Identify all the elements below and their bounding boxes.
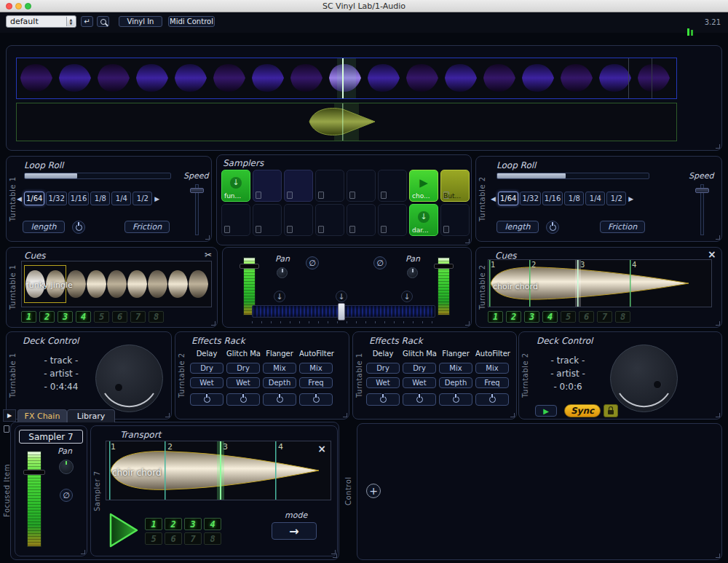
cue-button[interactable]: 7 [184, 532, 202, 545]
loop-length-option[interactable]: 1/64 [498, 192, 518, 205]
loop-power-button[interactable] [72, 221, 85, 234]
cue-button[interactable]: 2 [506, 311, 521, 323]
effect-power-button[interactable] [403, 393, 436, 406]
decrease-loop-icon[interactable]: ◀ [16, 195, 23, 202]
effect-param-button[interactable]: Wet [226, 377, 260, 388]
cue-button[interactable]: 4 [76, 311, 91, 323]
effect-param-button[interactable]: Wet [403, 377, 436, 388]
sampler-volume-meter[interactable] [27, 451, 41, 547]
cue-button[interactable]: 2 [39, 311, 55, 323]
preset-dropdown[interactable]: default ▲▼ [6, 15, 76, 28]
play-button[interactable]: ▶ [535, 405, 557, 417]
deck1-load-icon[interactable]: ↓ [274, 291, 285, 302]
midi-control-button[interactable]: Midi Control [168, 16, 215, 27]
deck2-pan-knob[interactable] [407, 267, 418, 278]
deck1-track-overview[interactable] [16, 58, 677, 99]
add-button[interactable]: + [366, 484, 381, 498]
sampler-pad[interactable] [221, 204, 250, 236]
effect-param-button[interactable]: Mix [439, 363, 472, 374]
sampler-pad[interactable] [347, 170, 376, 202]
cue-button[interactable]: 3 [58, 311, 73, 323]
sampler-pan-knob[interactable] [59, 460, 74, 474]
effect-param-button[interactable]: Dry [366, 363, 400, 374]
effect-power-button[interactable] [190, 393, 223, 406]
effect-param-button[interactable]: Dry [403, 363, 436, 374]
loop-length-option[interactable]: 1/8 [564, 192, 584, 205]
length-button[interactable]: length [23, 221, 65, 233]
friction-button[interactable]: Friction [124, 221, 170, 233]
sampler-pad[interactable] [378, 204, 407, 236]
sampler-bypass-button[interactable]: ∅ [60, 489, 73, 502]
sampler-volume-handle[interactable] [23, 470, 45, 475]
speed-slider-handle[interactable] [190, 188, 204, 193]
increase-loop-icon[interactable]: ▶ [628, 195, 634, 202]
loop-power-button[interactable] [546, 221, 559, 234]
cue-button[interactable]: 8 [149, 311, 164, 323]
sampler-pad[interactable]: ↓ fun... [221, 170, 250, 202]
load-preset-button[interactable]: ↵ [81, 16, 93, 27]
effect-param-button[interactable]: Mix [299, 363, 333, 374]
cue-button[interactable]: 4 [542, 311, 558, 323]
cue-button[interactable]: 5 [561, 311, 576, 323]
cue-button[interactable]: 5 [145, 532, 162, 545]
sampler-pad[interactable] [347, 204, 376, 236]
sampler-pad[interactable] [315, 204, 344, 236]
show-deck-button[interactable]: ▶ [3, 409, 16, 422]
effect-param-button[interactable]: Depth [439, 377, 472, 388]
loop-position-slider[interactable] [24, 173, 171, 179]
transport-play-button[interactable] [108, 512, 139, 548]
sampler-pad[interactable]: ▶ cho... [409, 170, 438, 202]
sampler-pad[interactable] [440, 204, 470, 236]
cue-button[interactable]: 5 [94, 311, 109, 323]
cue-button[interactable]: 3 [524, 311, 539, 323]
effect-power-button[interactable] [366, 393, 400, 406]
control-strip[interactable]: Control [341, 425, 355, 556]
keylock-button[interactable] [604, 404, 618, 417]
friction-button[interactable]: Friction [600, 221, 645, 233]
increase-loop-icon[interactable]: ▶ [154, 195, 160, 202]
loop-position-slider[interactable] [496, 173, 649, 179]
cue-button[interactable]: 8 [204, 532, 221, 545]
deck1-pan-knob[interactable] [277, 267, 288, 278]
speed-slider-handle[interactable] [695, 188, 709, 193]
sampler-pad[interactable] [284, 170, 313, 202]
preset-stepper-icon[interactable]: ▲▼ [66, 17, 75, 26]
deck2-load-icon[interactable]: ↓ [401, 291, 413, 302]
effect-param-button[interactable]: Freq [475, 377, 509, 388]
cue-button[interactable]: 2 [165, 518, 182, 530]
cue-button[interactable]: 8 [615, 311, 630, 323]
cue-button[interactable]: 1 [145, 518, 162, 530]
effect-power-button[interactable] [263, 393, 296, 406]
effect-param-button[interactable]: Mix [263, 363, 296, 374]
loop-length-option[interactable]: 1/32 [46, 192, 66, 205]
cue-button[interactable]: 7 [597, 311, 612, 323]
deck2-track-overview[interactable] [16, 103, 677, 141]
loop-length-option[interactable]: 1/16 [68, 192, 89, 205]
cue-button[interactable]: 3 [184, 518, 202, 530]
sampler-pad[interactable] [284, 204, 313, 236]
mode-button[interactable]: → [272, 522, 317, 540]
search-button[interactable] [97, 16, 109, 27]
loop-length-option[interactable]: 1/16 [542, 192, 563, 205]
cut-cue-icon[interactable]: ✂ [205, 250, 212, 260]
sampler-pad[interactable]: But... [440, 170, 470, 202]
loop-length-option[interactable]: 1/64 [24, 192, 44, 205]
vinyl-in-button[interactable]: Vinyl In [119, 16, 162, 27]
transport-waveform[interactable]: 1 2 3 4 choir chord × [106, 441, 331, 500]
loop-length-option[interactable]: 1/32 [520, 192, 540, 205]
loop-length-option[interactable]: 1/4 [111, 192, 131, 205]
master-load-icon[interactable]: ↓ [336, 291, 347, 302]
effect-power-button[interactable] [439, 393, 472, 406]
cue-button[interactable]: 1 [21, 311, 36, 323]
loop-length-option[interactable]: 1/8 [90, 192, 110, 205]
cue-waveform[interactable]: funky jingle [21, 261, 212, 307]
cue-button[interactable]: 7 [130, 311, 146, 323]
cue-button[interactable]: 6 [165, 532, 182, 545]
effect-power-button[interactable] [226, 393, 260, 406]
cue-button[interactable]: 6 [112, 311, 127, 323]
cue-waveform[interactable]: 1 2 3 4 choir chord [488, 259, 712, 307]
crossfader-handle[interactable] [338, 303, 345, 320]
cue-button[interactable]: 1 [488, 311, 503, 323]
effect-param-button[interactable]: Dry [190, 363, 223, 374]
close-icon[interactable]: × [708, 250, 716, 259]
